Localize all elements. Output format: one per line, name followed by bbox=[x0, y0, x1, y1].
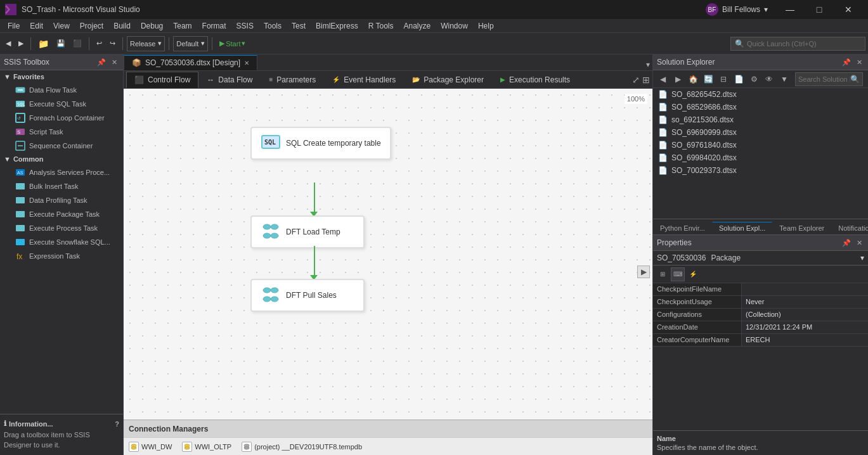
sol-file-7[interactable]: 📄 SO_70029373.dtsx bbox=[653, 164, 868, 177]
props-alphabetical-btn[interactable]: ⌨ bbox=[671, 267, 685, 281]
toolbox-item-analysis[interactable]: AS Analysis Services Proce... bbox=[0, 165, 123, 179]
sol-home-btn[interactable]: 🏠 bbox=[686, 72, 700, 86]
doc-tab-close[interactable]: ✕ bbox=[244, 60, 249, 67]
sol-preview-btn[interactable]: 👁 bbox=[762, 72, 776, 86]
sol-showfiles-btn[interactable]: 📄 bbox=[732, 72, 746, 86]
props-close-btn[interactable]: ✕ bbox=[854, 238, 864, 248]
props-obj-dropdown[interactable]: ▾ bbox=[860, 253, 864, 262]
tab-solution-expl[interactable]: Solution Expl... bbox=[712, 222, 772, 234]
sol-properties-btn[interactable]: ⚙ bbox=[747, 72, 761, 86]
prop-creation-date-value[interactable]: 12/31/2021 12:24 PM bbox=[742, 321, 868, 333]
prop-checkpoint-file-value[interactable] bbox=[742, 283, 868, 295]
window-controls[interactable]: — □ ✕ bbox=[775, 0, 863, 19]
menu-help[interactable]: Help bbox=[473, 20, 499, 32]
toolbar-redo[interactable]: ↪ bbox=[107, 36, 119, 51]
conn-wwi-oltp[interactable]: WWI_OLTP bbox=[182, 442, 231, 452]
sol-file-5[interactable]: 📄 SO_69761840.dtsx bbox=[653, 139, 868, 151]
menu-window[interactable]: Window bbox=[436, 20, 473, 32]
menu-view[interactable]: View bbox=[48, 20, 75, 32]
maximize-button[interactable]: □ bbox=[805, 0, 834, 19]
toolbar-open[interactable]: 📁 bbox=[35, 36, 52, 51]
sol-filter-btn[interactable]: ▼ bbox=[777, 72, 791, 86]
menu-edit[interactable]: Edit bbox=[25, 20, 48, 32]
sol-close-btn[interactable]: ✕ bbox=[854, 57, 864, 67]
props-categorized-btn[interactable]: ⊞ bbox=[656, 267, 670, 281]
sol-file-1[interactable]: 📄 SO_68265452.dtsx bbox=[653, 88, 868, 101]
menu-rtools[interactable]: R Tools bbox=[363, 20, 399, 32]
sol-search[interactable]: 🔍 bbox=[795, 72, 863, 86]
toolbox-item-dataflow[interactable]: Data Flow Task bbox=[0, 83, 123, 97]
menu-format[interactable]: Format bbox=[197, 20, 231, 32]
docs-collapse-btn[interactable]: ▾ bbox=[646, 60, 650, 69]
tab-execution-results[interactable]: ▶ Execution Results bbox=[492, 72, 578, 88]
menu-tools[interactable]: Tools bbox=[259, 20, 287, 32]
menu-bimlexpress[interactable]: BimlExpress bbox=[311, 20, 363, 32]
conn-wwi-dw[interactable]: WWI_DW bbox=[129, 442, 172, 452]
close-button[interactable]: ✕ bbox=[834, 0, 863, 19]
task-sql-create[interactable]: SQL SQL Create temporary table bbox=[250, 127, 391, 160]
favorites-section[interactable]: ▼ Favorites bbox=[0, 70, 123, 83]
tab-control-flow[interactable]: ⬛ Control Flow bbox=[126, 72, 198, 88]
toolbox-item-executesql[interactable]: SQL Execute SQL Task bbox=[0, 97, 123, 111]
menu-team[interactable]: Team bbox=[168, 20, 197, 32]
tab-notifications[interactable]: Notifications bbox=[831, 222, 868, 234]
toolbox-item-script[interactable]: S Script Task bbox=[0, 125, 123, 139]
right-expand-btn[interactable]: ▶ bbox=[637, 266, 650, 278]
toolbox-item-sequence[interactable]: Sequence Container bbox=[0, 139, 123, 153]
tab-data-flow[interactable]: ↔ Data Flow bbox=[198, 72, 261, 88]
toolbox-item-execprocess[interactable]: Execute Process Task bbox=[0, 221, 123, 235]
task-dft-pull-sales[interactable]: DFT Pull Sales bbox=[250, 279, 365, 312]
prop-checkpoint-usage-value[interactable]: Never bbox=[742, 296, 868, 308]
menu-analyze[interactable]: Analyze bbox=[398, 20, 436, 32]
sol-file-2[interactable]: 📄 SO_68529686.dtsx bbox=[653, 101, 868, 113]
menu-project[interactable]: Project bbox=[75, 20, 108, 32]
toolbar-undo[interactable]: ↩ bbox=[93, 36, 105, 51]
toolbox-pin-btn[interactable]: 📌 bbox=[96, 57, 107, 67]
quick-launch[interactable]: 🔍 bbox=[730, 37, 865, 51]
doc-tab-active[interactable]: 📦 SO_70530036.dtsx [Design] ✕ bbox=[124, 55, 257, 70]
sol-file-4[interactable]: 📄 SO_69690999.dtsx bbox=[653, 126, 868, 139]
toolbox-item-snowflake[interactable]: Execute Snowflake SQL... bbox=[0, 235, 123, 249]
prop-configurations-value[interactable]: (Collection) bbox=[742, 309, 868, 321]
sol-search-input[interactable] bbox=[798, 75, 850, 83]
sol-collapse-btn[interactable]: ⊟ bbox=[716, 72, 730, 86]
designer-expand-btn[interactable]: ⤢ bbox=[632, 75, 640, 85]
toolbox-item-expression[interactable]: fx Expression Task bbox=[0, 249, 123, 263]
sol-forward-btn[interactable]: ▶ bbox=[671, 72, 685, 86]
quick-launch-input[interactable] bbox=[747, 40, 861, 48]
toolbox-item-bulk[interactable]: Bulk Insert Task bbox=[0, 179, 123, 193]
sol-file-6[interactable]: 📄 SO_69984020.dtsx bbox=[653, 151, 868, 164]
conn-project-tempdb[interactable]: (project) __DEV2019UTF8.tempdb bbox=[242, 442, 362, 452]
menu-file[interactable]: File bbox=[3, 20, 25, 32]
menu-ssis[interactable]: SSIS bbox=[231, 20, 259, 32]
tab-team-explorer[interactable]: Team Explorer bbox=[772, 222, 831, 234]
sol-back-btn[interactable]: ◀ bbox=[656, 72, 670, 86]
start-button[interactable]: ▶ Start ▾ bbox=[216, 36, 249, 51]
prop-creator-computer-value[interactable]: ERECH bbox=[742, 334, 868, 346]
user-dropdown-icon[interactable]: ▾ bbox=[764, 5, 768, 14]
menu-debug[interactable]: Debug bbox=[136, 20, 168, 32]
toolbox-item-profiling[interactable]: Data Profiling Task bbox=[0, 193, 123, 207]
toolbar-save-all[interactable]: ⬛ bbox=[70, 36, 85, 51]
minimize-button[interactable]: — bbox=[775, 0, 805, 19]
release-dropdown[interactable]: Release ▾ bbox=[127, 36, 165, 51]
common-section[interactable]: ▼ Common bbox=[0, 153, 123, 165]
tab-event-handlers[interactable]: ⚡ Event Handlers bbox=[324, 72, 404, 88]
sol-refresh-btn[interactable]: 🔄 bbox=[701, 72, 715, 86]
menu-build[interactable]: Build bbox=[108, 20, 136, 32]
info-help-btn[interactable]: ? bbox=[115, 420, 119, 428]
menu-test[interactable]: Test bbox=[287, 20, 311, 32]
sol-file-3[interactable]: 📄 so_69215306.dtsx bbox=[653, 113, 868, 126]
tab-python-envir[interactable]: Python Envir... bbox=[653, 222, 712, 234]
toolbox-close-btn[interactable]: ✕ bbox=[109, 57, 119, 67]
tab-package-explorer[interactable]: 📂 Package Explorer bbox=[404, 72, 492, 88]
task-dft-load-temp[interactable]: DFT Load Temp bbox=[250, 215, 365, 248]
sol-pin-btn[interactable]: 📌 bbox=[841, 57, 852, 67]
tab-parameters[interactable]: ≡ Parameters bbox=[261, 72, 324, 88]
toolbar-forward[interactable]: ▶ bbox=[15, 36, 27, 51]
toolbar-save[interactable]: 💾 bbox=[53, 36, 68, 51]
default-dropdown[interactable]: Default ▾ bbox=[173, 36, 208, 51]
toolbox-item-execpackage[interactable]: Execute Package Task bbox=[0, 207, 123, 221]
toolbar-back[interactable]: ◀ bbox=[3, 36, 14, 51]
designer-grid-btn[interactable]: ⊞ bbox=[642, 75, 650, 85]
